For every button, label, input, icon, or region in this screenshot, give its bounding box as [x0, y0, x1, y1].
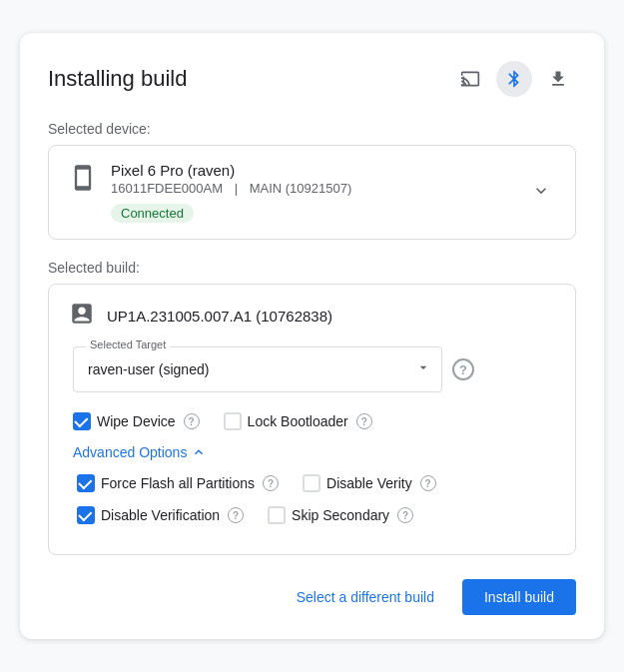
advanced-options-toggle[interactable]: Advanced Options [73, 444, 207, 460]
force-flash-label: Force Flash all Partitions [101, 475, 255, 491]
skip-secondary-item: Skip Secondary ? [268, 506, 413, 524]
cast-icon-btn[interactable] [452, 61, 488, 97]
wipe-device-checkbox[interactable] [73, 412, 91, 430]
disable-verity-checkbox[interactable] [303, 474, 320, 492]
wipe-device-item: Wipe Device ? [73, 412, 200, 430]
cast-icon [460, 69, 480, 89]
page-title: Installing build [48, 66, 187, 92]
disable-verification-label: Disable Verification [101, 507, 220, 523]
device-meta: 16011FDEE000AM | MAIN (10921507) [111, 181, 513, 196]
skip-secondary-checkbox[interactable] [268, 506, 286, 524]
target-label: Selected Target [86, 338, 170, 350]
target-select-container: Selected Target raven-user (signed) rave… [73, 346, 442, 392]
wipe-device-help[interactable]: ? [184, 413, 200, 429]
bluetooth-icon-btn[interactable] [496, 61, 532, 97]
advanced-options-row-2: Disable Verification ? Skip Secondary ? [77, 506, 555, 524]
status-badge: Connected [111, 204, 194, 223]
device-icon [69, 164, 97, 196]
disable-verity-item: Disable Verity ? [303, 474, 436, 492]
chevron-down-icon [531, 181, 551, 201]
device-expand-button[interactable] [527, 177, 555, 208]
advanced-options-row-1: Force Flash all Partitions ? Disable Ver… [77, 474, 555, 492]
build-box: UP1A.231005.007.A1 (10762838) Selected T… [48, 284, 576, 555]
disable-verification-help[interactable]: ? [228, 507, 244, 523]
device-info: Pixel 6 Pro (raven) 16011FDEE000AM | MAI… [69, 162, 555, 223]
download-icon-btn[interactable] [540, 61, 576, 97]
bluetooth-icon [504, 69, 524, 89]
lock-bootloader-item: Lock Bootloader ? [224, 412, 372, 430]
basic-options-row: Wipe Device ? Lock Bootloader ? [73, 412, 555, 430]
disable-verification-item: Disable Verification ? [77, 506, 244, 524]
lock-bootloader-checkbox[interactable] [224, 412, 242, 430]
target-select[interactable]: raven-user (signed) raven-userdebug rave… [74, 347, 441, 391]
force-flash-item: Force Flash all Partitions ? [77, 474, 279, 492]
meta-divider: | [235, 181, 238, 196]
device-name: Pixel 6 Pro (raven) [111, 162, 513, 179]
disable-verification-checkbox[interactable] [77, 506, 95, 524]
lock-bootloader-label: Lock Bootloader [248, 413, 348, 429]
build-icon [69, 301, 95, 331]
advanced-options-label: Advanced Options [73, 444, 187, 460]
device-serial: 16011FDEE000AM [111, 181, 223, 196]
device-details: Pixel 6 Pro (raven) 16011FDEE000AM | MAI… [111, 162, 513, 223]
build-section-label: Selected build: [48, 260, 576, 276]
header: Installing build [48, 61, 576, 97]
disable-verity-label: Disable Verity [326, 475, 412, 491]
device-build: MAIN (10921507) [250, 181, 352, 196]
build-name: UP1A.231005.007.A1 (10762838) [107, 308, 332, 325]
wipe-device-label: Wipe Device [97, 413, 176, 429]
device-box: Pixel 6 Pro (raven) 16011FDEE000AM | MAI… [48, 145, 576, 240]
disable-verity-help[interactable]: ? [420, 475, 436, 491]
target-help-icon[interactable]: ? [452, 358, 474, 380]
advanced-options-section: Force Flash all Partitions ? Disable Ver… [73, 474, 555, 524]
skip-secondary-help[interactable]: ? [397, 507, 413, 523]
build-header: UP1A.231005.007.A1 (10762838) [69, 301, 555, 331]
skip-secondary-label: Skip Secondary [292, 507, 389, 523]
download-icon [548, 69, 568, 89]
header-icons [452, 61, 576, 97]
footer: Select a different build Install build [48, 579, 576, 615]
force-flash-checkbox[interactable] [77, 474, 95, 492]
install-build-button[interactable]: Install build [462, 579, 576, 615]
device-section-label: Selected device: [48, 121, 576, 137]
lock-bootloader-help[interactable]: ? [356, 413, 372, 429]
force-flash-help[interactable]: ? [263, 475, 279, 491]
target-select-wrapper: Selected Target raven-user (signed) rave… [73, 346, 555, 392]
select-build-button[interactable]: Select a different build [281, 579, 450, 615]
main-card: Installing build Selected devic [20, 33, 604, 639]
advanced-chevron-up-icon [191, 444, 207, 460]
